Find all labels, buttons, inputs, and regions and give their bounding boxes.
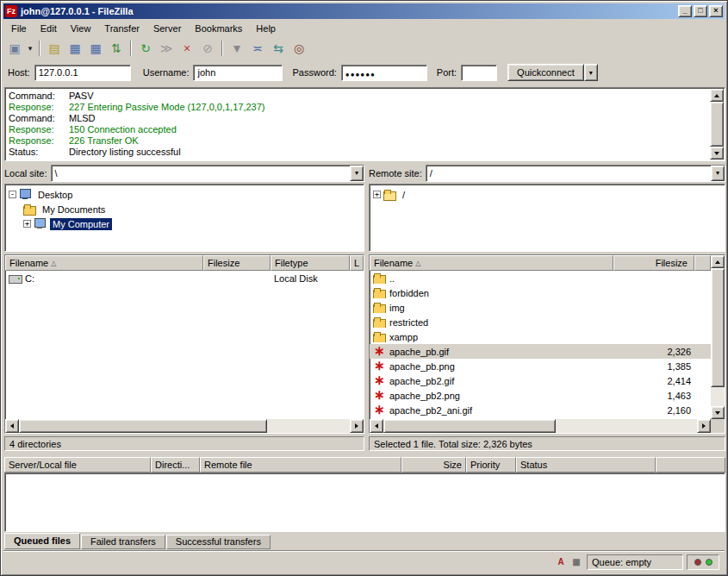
scrollbar-thumb[interactable] xyxy=(711,268,725,387)
remote-site-dropdown-button[interactable]: ▾ xyxy=(711,166,725,181)
scrollbar-thumb[interactable] xyxy=(383,419,556,433)
tree-item[interactable]: + / xyxy=(371,187,723,202)
minimize-button[interactable]: _ xyxy=(678,5,692,17)
file-row[interactable]: forbidden xyxy=(370,285,711,300)
queue-column-header[interactable]: Size xyxy=(401,457,466,473)
file-row[interactable]: img xyxy=(370,300,711,315)
tree-item-label[interactable]: / xyxy=(400,189,408,201)
toggle-local-tree-button[interactable]: ▦ xyxy=(65,39,85,58)
queue-tab[interactable]: Queued files xyxy=(4,533,80,549)
site-manager-dropdown[interactable]: ▾ xyxy=(25,39,35,58)
remote-horizontal-scrollbar[interactable] xyxy=(370,419,711,433)
column-header[interactable]: Filesize xyxy=(613,255,694,271)
tree-item[interactable]: - Desktop xyxy=(7,187,362,202)
queue-tab[interactable]: Successful transfers xyxy=(166,535,271,549)
refresh-button[interactable]: ↻ xyxy=(135,39,156,58)
cancel-button[interactable]: × xyxy=(177,39,197,58)
scroll-down-button[interactable] xyxy=(711,406,725,419)
tree-expander-icon[interactable]: + xyxy=(373,191,381,198)
file-row[interactable]: C: Local Disk xyxy=(5,271,364,285)
menu-item[interactable]: Server xyxy=(146,22,188,35)
directory-comparison-button[interactable]: ≍ xyxy=(247,39,268,58)
column-header[interactable]: L xyxy=(350,255,364,271)
file-row[interactable]: .. xyxy=(370,271,711,285)
scrollbar-thumb[interactable] xyxy=(710,102,724,147)
toggle-queue-processing-button[interactable]: ≫ xyxy=(156,39,177,58)
column-header[interactable]: Filesize xyxy=(203,255,271,271)
scrollbar-track[interactable] xyxy=(710,102,724,147)
local-site-value[interactable]: \ xyxy=(52,166,350,181)
queue-column-header[interactable]: Priority xyxy=(466,457,516,473)
column-header[interactable]: Filetype xyxy=(271,255,350,271)
tree-item-label[interactable]: My Computer xyxy=(50,218,112,230)
menu-item[interactable]: Help xyxy=(249,22,283,35)
transfer-type-icon[interactable]: A xyxy=(554,556,568,568)
remote-site-value[interactable]: / xyxy=(426,166,711,181)
queue-column-header[interactable]: Remote file xyxy=(200,457,401,473)
column-header[interactable]: Filename △ xyxy=(370,255,613,271)
scroll-right-button[interactable] xyxy=(697,419,711,433)
tree-item-label[interactable]: Desktop xyxy=(35,189,75,201)
site-manager-button[interactable]: ▣ xyxy=(4,39,25,58)
find-files-button[interactable]: ◎ xyxy=(289,39,309,58)
toggle-remote-tree-button[interactable]: ▦ xyxy=(85,39,106,58)
scroll-down-button[interactable] xyxy=(710,147,724,160)
remote-site-combo[interactable]: / ▾ xyxy=(426,165,725,182)
scroll-up-button[interactable] xyxy=(710,89,724,102)
scroll-left-button[interactable] xyxy=(5,419,19,433)
quickconnect-dropdown-button[interactable]: ▾ xyxy=(584,64,598,81)
file-row[interactable]: restricted xyxy=(370,315,711,329)
toggle-message-log-button[interactable]: ▤ xyxy=(44,39,65,58)
file-row[interactable]: apache_pb.png 1,385 xyxy=(370,359,711,373)
tree-item[interactable]: My Documents xyxy=(7,202,362,216)
scrollbar-thumb[interactable] xyxy=(19,419,267,433)
maximize-button[interactable]: □ xyxy=(694,5,707,17)
file-row[interactable]: apache_pb2_ani.gif 2,160 xyxy=(370,403,711,417)
file-row[interactable]: xampp xyxy=(370,329,711,344)
remote-file-list: Filename △ Filesize xyxy=(369,254,725,434)
scroll-left-button[interactable] xyxy=(370,419,383,433)
menu-item[interactable]: Transfer xyxy=(97,22,146,35)
queue-column-header[interactable]: Status xyxy=(516,457,656,473)
menu-item[interactable]: View xyxy=(64,22,98,35)
password-input[interactable] xyxy=(341,65,427,81)
scrollbar-track[interactable] xyxy=(19,419,350,433)
tree-expander-icon[interactable]: - xyxy=(9,191,16,198)
synchronized-browsing-button[interactable]: ⇆ xyxy=(268,39,289,58)
file-row[interactable]: apache_pb.gif 2,326 xyxy=(370,344,711,359)
file-row[interactable]: apache_pb2.png 1,463 xyxy=(370,388,711,403)
local-horizontal-scrollbar[interactable] xyxy=(5,419,364,433)
scroll-up-button[interactable] xyxy=(711,255,725,268)
queue-column-header[interactable]: Server/Local file xyxy=(4,457,151,473)
scrollbar-track[interactable] xyxy=(711,268,725,406)
username-input[interactable] xyxy=(193,65,283,81)
column-header[interactable]: Filename △ xyxy=(5,255,203,271)
port-input[interactable] xyxy=(461,65,497,81)
tree-item[interactable]: + My Computer xyxy=(7,216,362,231)
local-site-combo[interactable]: \ ▾ xyxy=(51,165,364,182)
menu-item[interactable]: Bookmarks xyxy=(188,22,249,35)
queue-tabs: Queued files Failed transfers Successful… xyxy=(4,533,271,549)
tree-item-label[interactable]: My Documents xyxy=(40,203,108,216)
scrollbar-track[interactable] xyxy=(383,419,697,433)
disconnect-button[interactable]: ⊘ xyxy=(197,39,218,58)
queue-tab[interactable]: Failed transfers xyxy=(81,535,165,549)
close-button[interactable]: × xyxy=(709,5,723,17)
titlebar[interactable]: Fz john@127.0.0.1 - FileZilla _ □ × xyxy=(3,3,725,19)
filter-button[interactable]: ▼ xyxy=(227,39,247,58)
tree-expander-icon[interactable]: + xyxy=(23,220,31,228)
username-label: Username: xyxy=(143,67,190,78)
local-site-dropdown-button[interactable]: ▾ xyxy=(350,166,364,181)
file-row[interactable]: apache_pb2.gif 2,414 xyxy=(370,373,711,388)
log-vertical-scrollbar[interactable] xyxy=(710,89,724,160)
menu-item[interactable]: Edit xyxy=(34,22,64,35)
queue-column-header[interactable]: Directi... xyxy=(151,457,200,473)
toggle-transfer-queue-button[interactable]: ⇅ xyxy=(106,39,127,58)
transfer-queue-list[interactable] xyxy=(4,473,725,532)
scroll-right-button[interactable] xyxy=(350,419,364,433)
encryption-status-icon[interactable]: ▦ xyxy=(569,556,583,568)
menu-item[interactable]: File xyxy=(4,22,34,35)
host-input[interactable] xyxy=(34,65,131,81)
remote-vertical-scrollbar[interactable] xyxy=(711,255,725,419)
quickconnect-button[interactable]: Quickconnect xyxy=(507,64,584,81)
